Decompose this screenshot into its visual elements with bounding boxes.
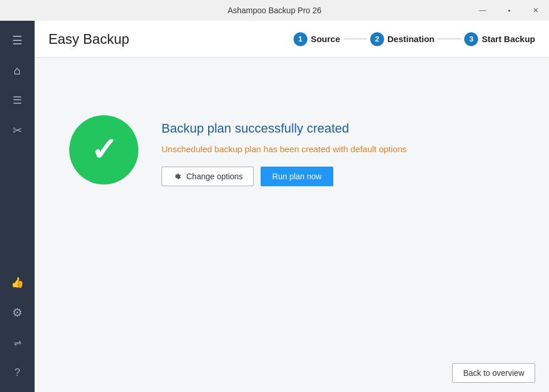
sidebar: ☰ ⌂ ☰ ✂ 👍 ⚙ ⇌ ? (0, 21, 35, 392)
list-icon: ☰ (13, 94, 22, 107)
home-icon: ⌂ (14, 64, 21, 77)
minimize-button[interactable]: — (469, 0, 496, 21)
sidebar-item-connection[interactable]: ⇌ (0, 327, 35, 357)
wizard-step-1: 1 Source (294, 32, 340, 46)
page-header: Easy Backup 1 Source 2 Destination (35, 21, 549, 58)
tools-icon: ✂ (13, 123, 22, 137)
titlebar: Ashampoo Backup Pro 26 — ▪ ✕ (0, 0, 549, 21)
step-1-circle: 1 (294, 32, 307, 46)
sidebar-item-list[interactable]: ☰ (0, 85, 35, 115)
gear-icon (172, 172, 182, 181)
back-overview-button[interactable]: Back to overview (452, 363, 535, 383)
success-actions: Change options Run plan now (161, 167, 407, 186)
page-title: Easy Backup (48, 31, 294, 47)
window-controls: — ▪ ✕ (469, 0, 549, 21)
sidebar-item-settings[interactable]: ⚙ (0, 297, 35, 327)
wizard-step-2: 2 Destination (370, 32, 435, 46)
success-title: Backup plan successfully created (161, 121, 407, 136)
close-button[interactable]: ✕ (522, 0, 549, 21)
step-2-circle: 2 (370, 32, 384, 46)
app-title: Ashampoo Backup Pro 26 (228, 6, 322, 15)
success-container: ✓ Backup plan successfully created Unsch… (69, 115, 514, 186)
page-footer: Back to overview (35, 354, 549, 392)
run-plan-button[interactable]: Run plan now (261, 167, 333, 186)
sidebar-item-tools[interactable]: ✂ (0, 115, 35, 145)
step-2-label: Destination (388, 34, 435, 44)
main-content: ✓ Backup plan successfully created Unsch… (35, 58, 549, 354)
success-subtitle: Unscheduled backup plan has been created… (161, 144, 407, 154)
success-text: Backup plan successfully created Unsched… (161, 115, 407, 186)
hamburger-icon: ☰ (12, 33, 22, 47)
wizard-step-3: 3 Start Backup (464, 32, 535, 46)
step-3-circle: 3 (464, 32, 478, 46)
connection-icon: ⇌ (14, 337, 21, 348)
sidebar-item-home[interactable]: ⌂ (0, 55, 35, 85)
change-options-button[interactable]: Change options (161, 167, 254, 186)
sidebar-item-menu[interactable]: ☰ (0, 25, 35, 55)
success-icon: ✓ (69, 115, 138, 184)
wizard-steps: 1 Source 2 Destination 3 Start Backup (294, 32, 535, 46)
step-line-2 (438, 39, 461, 39)
sidebar-item-like[interactable]: 👍 (0, 267, 35, 297)
maximize-button[interactable]: ▪ (496, 0, 522, 21)
checkmark-icon: ✓ (91, 134, 118, 166)
info-icon: ? (14, 367, 20, 379)
step-1-label: Source (311, 34, 340, 44)
sidebar-item-info[interactable]: ? (0, 357, 35, 387)
step-line-1 (344, 39, 367, 39)
like-icon: 👍 (11, 276, 24, 289)
step-3-label: Start Backup (482, 34, 535, 44)
app-body: ☰ ⌂ ☰ ✂ 👍 ⚙ ⇌ ? Easy Backup (0, 21, 549, 392)
settings-icon: ⚙ (12, 306, 22, 319)
content-area: Easy Backup 1 Source 2 Destination (35, 21, 549, 392)
